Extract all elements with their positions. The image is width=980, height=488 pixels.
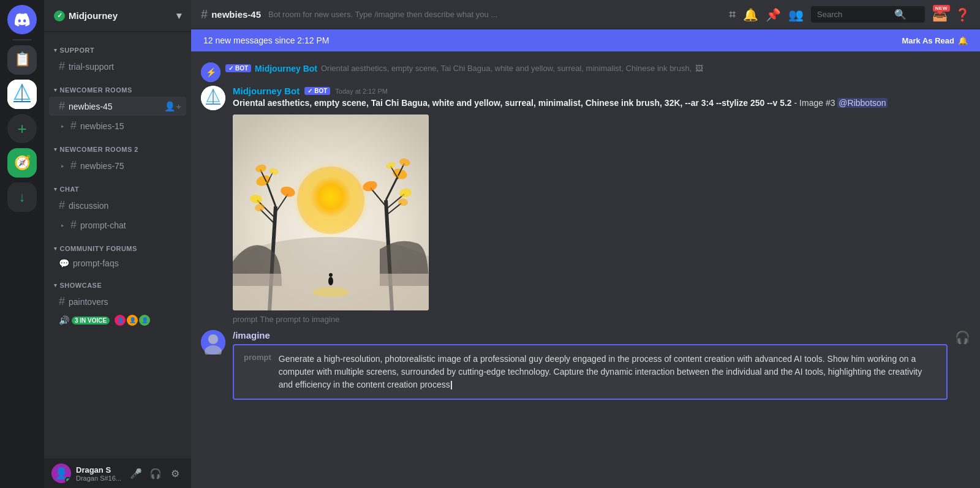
hash-icon: # — [59, 100, 65, 113]
collapse-arrow: ▾ — [54, 282, 58, 288]
channel-title: # newbies-45 — [201, 7, 261, 21]
verified-icon: ✓ — [54, 10, 65, 21]
user-bar: 👤 Dragan S Dragan S#16... 🎤 🎧 ⚙ — [44, 459, 191, 488]
channel-name: newbies-75 — [80, 161, 124, 171]
server-icon-add[interactable]: + — [7, 114, 37, 143]
svg-point-50 — [208, 334, 218, 344]
headset-control[interactable]: 🎧 — [147, 465, 164, 482]
category-support[interactable]: ▾ SUPPORT — [44, 37, 191, 56]
help-icon[interactable]: ❓ — [955, 7, 970, 22]
category-newcomer-rooms[interactable]: ▾ NEWCOMER ROOMS — [44, 77, 191, 96]
main-content: # newbies-45 Bot room for new users. Typ… — [191, 0, 980, 488]
message-time: Today at 2:12 PM — [335, 88, 388, 95]
channel-name: trial-support — [69, 62, 114, 72]
collapse-arrow: ▾ — [54, 246, 58, 252]
category-label: NEWCOMER ROOMS — [60, 86, 132, 94]
category-chat[interactable]: ▾ CHAT — [44, 176, 191, 195]
speaker-icon: 🔊 — [59, 315, 69, 325]
server-icon-download[interactable]: ↓ — [7, 182, 37, 212]
search-input[interactable] — [817, 10, 891, 19]
imagine-prompt-label: prompt — [244, 353, 271, 391]
collapse-arrow: ▸ — [61, 123, 64, 129]
mention: @Ribbotson — [837, 98, 887, 108]
mini-bot-avatar: ⚡ — [201, 62, 221, 82]
voice-avatar-3: 👤 — [139, 315, 150, 326]
voice-avatar-2: 👤 — [127, 315, 138, 326]
user-info: Dragan S Dragan S#16... — [76, 465, 123, 482]
pin-icon[interactable]: 📌 — [766, 7, 781, 22]
server-header[interactable]: ✓ Midjourney ▾ — [44, 0, 191, 32]
channel-discussion[interactable]: # discussion — [49, 196, 186, 215]
hash-icon: # — [59, 60, 65, 73]
category-newcomer-rooms-2[interactable]: ▾ NEWCOMER ROOMS 2 — [44, 136, 191, 156]
checkmark-icon: ✓ — [228, 65, 233, 72]
bell-icon: 🔔 — [958, 36, 968, 45]
user-name: Dragan S — [76, 465, 123, 475]
bell-slash-icon[interactable]: 🔔 — [743, 7, 758, 22]
compass-icon: 🧭 — [14, 155, 31, 171]
add-member-icon[interactable]: 👤+ — [164, 101, 181, 112]
server-icon-explore[interactable]: 🧭 — [7, 148, 37, 178]
category-label: CHAT — [60, 186, 80, 193]
category-community-forums[interactable]: ▾ COMMUNITY FORUMS — [44, 235, 191, 255]
hashtag-icon[interactable]: ⌗ — [729, 7, 736, 21]
collapse-arrow: ▾ — [54, 146, 58, 152]
online-indicator — [65, 477, 71, 483]
category-label: SUPPORT — [60, 47, 95, 54]
channel-name: prompt-faqs — [73, 258, 119, 268]
mark-as-read-button[interactable]: Mark As Read 🔔 — [902, 36, 968, 45]
channel-prompt-faqs[interactable]: 💬 prompt-faqs — [49, 255, 186, 271]
server-icon-midjourney[interactable] — [7, 80, 37, 109]
category-label: COMMUNITY FORUMS — [60, 245, 137, 252]
top-bar: # newbies-45 Bot room for new users. Typ… — [191, 0, 980, 29]
ai-generated-image[interactable] — [233, 114, 429, 310]
mark-as-read-label: Mark As Read — [902, 36, 955, 45]
channel-prompt-chat[interactable]: ▸ # prompt-chat — [49, 216, 186, 235]
settings-control[interactable]: ⚙ — [167, 465, 184, 482]
collapse-arrow: ▾ — [54, 47, 58, 53]
channel-paintovers[interactable]: # paintovers — [49, 292, 186, 311]
prompt-content: Oriental aesthetics, empty scene, Tai Ch… — [233, 98, 792, 108]
collapse-arrow: ▾ — [54, 186, 58, 192]
message-author: Midjourney Bot — [233, 86, 300, 96]
prompt-label: prompt — [233, 315, 257, 324]
svg-text:📋: 📋 — [14, 51, 31, 67]
channel-trial-support[interactable]: # trial-support — [49, 57, 186, 76]
channel-name: newbies-15 — [80, 121, 124, 131]
chat-area[interactable]: ⚡ ✓BOT Midjourney Bot Oriental aesthetic… — [191, 51, 980, 488]
new-badge: NEW — [933, 5, 950, 12]
mini-prompt-preview: Oriental aesthetics, empty scene, Tai Ch… — [321, 64, 692, 73]
imagine-input-box[interactable]: prompt Generate a high-resolution, photo… — [233, 344, 948, 400]
channel-newbies-15[interactable]: ▸ # newbies-15 — [49, 116, 186, 135]
user-controls: 🎤 🎧 ⚙ — [127, 465, 184, 482]
channel-hash-icon: # — [201, 7, 208, 21]
imagine-prompt-text: Generate a high-resolution, photorealist… — [279, 353, 937, 391]
server-icon-home[interactable] — [7, 5, 37, 34]
channel-newbies-75[interactable]: ▸ # newbies-75 — [49, 156, 186, 175]
search-bar[interactable]: 🔍 — [811, 6, 925, 23]
svg-point-40 — [329, 273, 333, 277]
message-header: Midjourney Bot ✓BOT Today at 2:12 PM — [233, 86, 970, 96]
new-messages-banner: 12 new messages since 2:12 PM Mark As Re… — [191, 29, 980, 51]
channel-newbies-45[interactable]: # newbies-45 👤+ — [49, 97, 186, 116]
message-content: Midjourney Bot ✓BOT Today at 2:12 PM Ori… — [233, 86, 970, 310]
voice-avatar-1: 👤 — [115, 315, 126, 326]
headphone-icon[interactable]: 🎧 — [955, 330, 970, 345]
channel-sidebar: ✓ Midjourney ▾ ▾ SUPPORT # trial-support… — [44, 0, 191, 488]
mini-message-group: ⚡ ✓BOT Midjourney Bot Oriental aesthetic… — [191, 61, 980, 83]
server-icon-1[interactable]: 📋 — [7, 45, 37, 75]
check-icon: ✓ — [307, 88, 312, 94]
chevron-down-icon: ▾ — [176, 10, 181, 21]
new-messages-text: 12 new messages since 2:12 PM — [203, 36, 329, 45]
prompt-label-line: prompt The prompt to imagine — [191, 313, 980, 325]
members-icon[interactable]: 👥 — [788, 7, 804, 22]
category-showcase[interactable]: ▾ SHOWCASE — [44, 272, 191, 291]
hash-icon: # — [59, 199, 65, 212]
mic-control[interactable]: 🎤 — [127, 465, 145, 482]
voice-channel[interactable]: 🔊 3 IN VOICE 👤 👤 👤 — [49, 312, 186, 329]
top-bar-icons: ⌗ 🔔 📌 👥 🔍 📥 NEW ❓ — [729, 6, 970, 23]
hash-icon: # — [70, 219, 77, 231]
message-text: Oriental aesthetics, empty scene, Tai Ch… — [233, 97, 970, 110]
channel-name: paintovers — [69, 297, 108, 307]
voice-avatars: 👤 👤 👤 — [115, 315, 150, 326]
